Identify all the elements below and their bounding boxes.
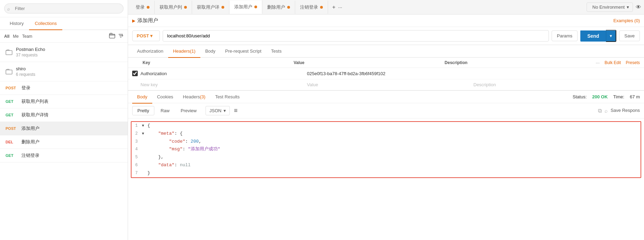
code-line-2: 2 ▼ "meta": {	[131, 130, 641, 138]
col-key-header: Key	[132, 60, 293, 65]
body-format-selector[interactable]: JSON ▾	[206, 106, 230, 115]
method-badge-get: GET	[6, 153, 18, 158]
request-tab-deleteuser[interactable]: 删除用户	[262, 1, 295, 14]
header-checkbox[interactable]	[132, 71, 138, 76]
body-tab-preview[interactable]: Preview	[176, 106, 201, 115]
header-value[interactable]: 025e0f13-ba78-47ff-bd2a-3fb6f459f102	[307, 71, 473, 76]
svg-rect-0	[109, 34, 115, 38]
code-content: },	[147, 154, 164, 161]
line-number: 6	[131, 162, 142, 169]
chevron-down-icon: ▾	[627, 5, 629, 10]
filter-bar: ⌕	[0, 0, 128, 17]
body-tab-raw[interactable]: Raw	[156, 106, 174, 115]
code-line-7: 7 }	[131, 169, 641, 177]
request-tab-getuserdetail[interactable]: 获取用户详	[192, 1, 229, 14]
request-tab-logout[interactable]: 注销登录	[295, 1, 328, 14]
collection-postman-echo[interactable]: Postman Echo 37 requests	[0, 43, 128, 62]
tab-label: 注销登录	[300, 4, 318, 10]
new-key-text[interactable]: New key	[140, 82, 158, 87]
new-folder-icon[interactable]	[109, 33, 115, 39]
new-key-placeholder: New key	[132, 82, 307, 87]
request-login[interactable]: POST 登录	[0, 81, 128, 95]
subtab-headers[interactable]: Headers(1)	[168, 45, 200, 58]
subtab-authorization[interactable]: Authorization	[132, 45, 168, 58]
send-arrow-button[interactable]: ▾	[606, 30, 616, 42]
url-input[interactable]	[163, 30, 549, 42]
response-tab-headers[interactable]: Headers(3)	[178, 91, 210, 104]
collection-icon	[6, 49, 13, 55]
dots-icon[interactable]: ···	[596, 60, 600, 65]
method-chevron: ▾	[150, 33, 153, 38]
send-button-group: Send ▾	[580, 30, 616, 42]
collection-name: shiro	[16, 66, 35, 71]
code-container: 1 ▼ { 2 ▼ "meta": { 3 "code": 200,	[131, 121, 641, 178]
request-tab-getusers[interactable]: 获取用户列	[155, 1, 192, 14]
method-badge-del: DEL	[6, 140, 18, 144]
save-button[interactable]: Save	[619, 30, 640, 41]
url-bar: POST ▾ Params Send ▾ Save	[128, 27, 644, 45]
line-number: 5	[131, 154, 142, 161]
sort-icon[interactable]	[118, 33, 124, 39]
header-key[interactable]: Authorization	[140, 71, 307, 76]
search-icon: ⌕	[7, 6, 10, 11]
request-add-user[interactable]: POST 添加用户	[0, 122, 128, 135]
collection-count: 37 requests	[16, 53, 45, 57]
search-response-icon[interactable]: ⌕	[605, 108, 608, 114]
request-tab-adduser[interactable]: 添加用户	[229, 0, 262, 14]
request-delete-user[interactable]: DEL 删除用户	[0, 135, 128, 149]
body-tab-pretty[interactable]: Pretty	[132, 106, 154, 115]
add-tab-icon[interactable]: +	[332, 4, 335, 10]
code-line-5: 5 },	[131, 153, 641, 161]
request-logout[interactable]: GET 注销登录	[0, 149, 128, 162]
tab-label: 登录	[136, 4, 145, 10]
method-select[interactable]: POST ▾	[132, 30, 160, 41]
environment-selector[interactable]: No Environment ▾	[587, 2, 633, 12]
subtab-prerequest[interactable]: Pre-request Script	[220, 45, 266, 58]
tab-history[interactable]: History	[4, 17, 29, 30]
line-number: 2	[131, 131, 142, 137]
response-tab-cookies[interactable]: Cookies	[152, 91, 178, 104]
request-tab-login[interactable]: 登录	[131, 1, 155, 14]
line-arrow	[142, 170, 147, 177]
response-tab-testresults[interactable]: Test Results	[210, 91, 245, 104]
filter-team[interactable]: Team	[22, 34, 32, 39]
copy-icon[interactable]: ⧉	[598, 108, 602, 114]
request-get-users[interactable]: GET 获取用户列表	[0, 95, 128, 108]
line-arrow[interactable]: ▼	[142, 131, 147, 137]
save-response-button[interactable]: Save Respons	[610, 108, 640, 114]
code-content: {	[147, 122, 150, 130]
more-tabs-icon[interactable]: ···	[338, 5, 342, 10]
presets-button[interactable]: Presets	[626, 60, 640, 65]
examples-link[interactable]: Examples (0)	[613, 18, 640, 23]
subtab-body[interactable]: Body	[200, 45, 220, 58]
request-title: 添加用户	[137, 17, 158, 24]
filter-all[interactable]: All	[4, 34, 9, 39]
tab-collections[interactable]: Collections	[29, 17, 62, 30]
request-get-user-detail[interactable]: GET 获取用户详情	[0, 108, 128, 122]
sidebar-meta-icons	[109, 33, 124, 39]
collection-shiro[interactable]: shiro 6 requests	[0, 62, 128, 81]
bulk-edit-button[interactable]: Bulk Edit	[605, 60, 621, 65]
params-button[interactable]: Params	[552, 30, 578, 41]
col-desc-header: Description	[445, 60, 596, 65]
response-tab-body[interactable]: Body	[132, 91, 152, 104]
svg-rect-5	[6, 70, 12, 74]
new-value-text[interactable]: Value	[307, 82, 318, 87]
request-name: 获取用户列表	[21, 98, 48, 105]
subtab-tests[interactable]: Tests	[266, 45, 286, 58]
wrap-icon[interactable]: ≡	[234, 107, 238, 114]
status-label: Status:	[573, 94, 587, 99]
expand-icon[interactable]: ▶	[132, 18, 135, 23]
send-button[interactable]: Send	[580, 30, 606, 42]
eye-icon[interactable]: 👁	[636, 4, 641, 10]
filter-input[interactable]	[4, 3, 124, 14]
tab-dot	[221, 6, 224, 9]
code-line-3: 3 "code": 200,	[131, 138, 641, 146]
tab-label: 删除用户	[267, 4, 285, 10]
line-arrow[interactable]: ▼	[142, 123, 147, 129]
filter-me[interactable]: Me	[13, 34, 19, 39]
new-key-row: New key Value Description	[128, 79, 644, 90]
collection-info: shiro 6 requests	[16, 66, 35, 77]
tab-label: 获取用户列	[160, 4, 182, 10]
line-number: 7	[131, 170, 142, 177]
